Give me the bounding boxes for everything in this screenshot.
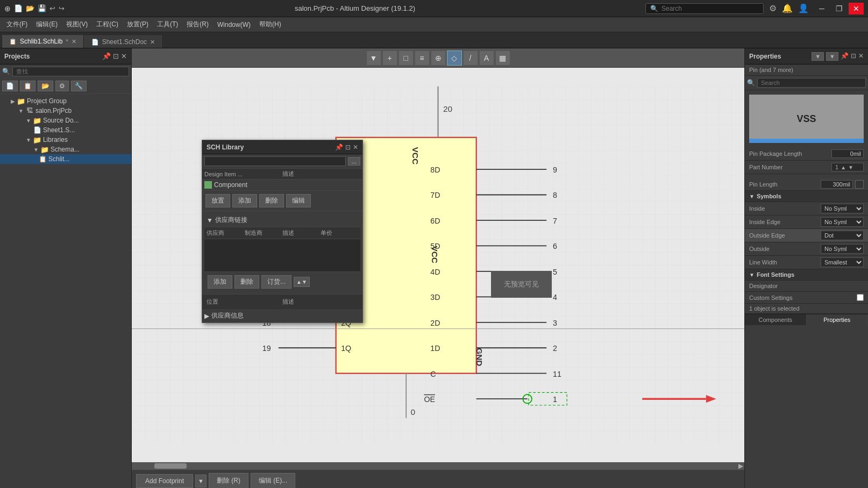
supply-delete-button[interactable]: 删除 [234, 275, 259, 289]
supply-arrow-btn[interactable]: ▲▼ [294, 277, 310, 287]
scrollbar-thumb-h[interactable] [154, 463, 187, 469]
menu-file[interactable]: 文件(F) [2, 19, 32, 30]
supplier-info: ▶ 供应商信息 [202, 309, 362, 322]
projects-search-input[interactable] [12, 67, 129, 76]
config-icon[interactable]: ⚙ [55, 81, 69, 91]
pin-icon-lib[interactable]: 📌 [335, 143, 343, 151]
close-prop-icon[interactable]: ✕ [858, 52, 864, 61]
inside-select[interactable]: No Syml [821, 204, 864, 213]
tree-item-schlit[interactable]: 📋 Schlit... [0, 154, 131, 164]
part-up-icon[interactable]: ▲ [839, 164, 847, 170]
properties-panel: Properties ▼ ▼ 📌 ⊡ ✕ Pin (and 7 more) 🔍 … [744, 48, 868, 488]
tool-filter[interactable]: ▼ [366, 51, 381, 66]
supplier-info-title[interactable]: ▶ 供应商信息 [204, 311, 360, 320]
outside-edge-select[interactable]: Dot [821, 231, 864, 240]
filter-btn[interactable]: ▼ [826, 52, 838, 61]
tool-text[interactable]: A [479, 51, 494, 66]
toolbar-icon-undo[interactable]: ↩ [49, 4, 55, 12]
menu-place[interactable]: 放置(P) [123, 19, 153, 30]
horizontal-scrollbar[interactable]: ▶ [132, 462, 744, 470]
supply-header: ▼ 供应商链接 [204, 213, 360, 227]
part-down-icon[interactable]: ▼ [847, 164, 855, 170]
expand-icon[interactable]: ▶ [738, 462, 743, 470]
menu-edit[interactable]: 编辑(E) [32, 19, 62, 30]
pin-icon-prop[interactable]: 📌 [841, 52, 849, 61]
tree-item-libraries[interactable]: ▼ 📁 Libraries [0, 135, 131, 145]
line-width-select[interactable]: Smallest [821, 257, 864, 267]
filter-icon[interactable]: ▼ [812, 52, 824, 61]
settings2-icon[interactable]: 🔧 [71, 81, 87, 91]
custom-settings-checkbox[interactable] [857, 294, 864, 301]
footprint-delete-button[interactable]: 删除 (R) [209, 473, 248, 488]
color-picker[interactable] [855, 180, 864, 189]
add-footprint-button[interactable]: Add Footprint [136, 474, 193, 488]
part-number-stepper[interactable]: 1 ▲ ▼ [831, 163, 864, 171]
pin-icon[interactable]: 📌 [102, 52, 111, 60]
global-search[interactable]: 🔍 [645, 3, 764, 14]
supply-order-button[interactable]: 订货... [261, 275, 291, 289]
menu-help[interactable]: 帮助(H) [255, 19, 286, 30]
app-logo: ⊕ [4, 4, 11, 13]
float-icon-prop[interactable]: ⊡ [851, 52, 856, 61]
toolbar-icon-save[interactable]: 💾 [38, 4, 46, 12]
menu-reports[interactable]: 报告(R) [182, 19, 213, 30]
footprint-edit-button[interactable]: 编辑 (E)... [251, 473, 295, 488]
svg-text:3D: 3D [430, 293, 440, 302]
tree-item-salon[interactable]: ▼ 🏗 salon.PrjPcb [0, 106, 131, 116]
minimize-button[interactable]: ─ [814, 3, 829, 15]
tree-item-project-group[interactable]: ▶ 📁 Project Group [0, 96, 131, 106]
tree-item-schema[interactable]: ▼ 📁 Schema... [0, 145, 131, 154]
restore-button[interactable]: ❐ [831, 3, 846, 15]
tab-components[interactable]: Components [745, 314, 807, 325]
toolbar-icon-redo[interactable]: ↪ [59, 4, 65, 12]
tree-item-sourcedoc[interactable]: ▼ 📁 Source Do... [0, 116, 131, 125]
menu-project[interactable]: 工程(C) [92, 19, 123, 30]
tab-close-schematic[interactable]: ✕ [150, 39, 155, 46]
menu-view[interactable]: 视图(V) [62, 19, 92, 30]
inside-edge-select[interactable]: No Syml [821, 217, 864, 227]
properties-search-input[interactable] [757, 78, 866, 88]
svg-text:6: 6 [553, 242, 557, 250]
tab-close-schlib[interactable]: ✕ [72, 38, 76, 45]
folder-open-icon[interactable]: 📂 [38, 81, 53, 91]
lib-add-button[interactable]: 添加 [232, 194, 257, 207]
settings-icon[interactable]: ⚙ [769, 3, 777, 13]
tool-align[interactable]: ≡ [415, 51, 430, 66]
outside-select[interactable]: No Syml [821, 244, 864, 254]
supply-add-button[interactable]: 添加 [208, 275, 232, 289]
float-icon[interactable]: ⊡ [113, 52, 119, 60]
tool-add[interactable]: + [382, 51, 397, 66]
notification-icon[interactable]: 🔔 [782, 3, 793, 13]
search-input[interactable] [661, 5, 758, 12]
tab-schematic[interactable]: 📄 Sheet1.SchDoc ✕ [84, 35, 162, 48]
new-icon[interactable]: 📄 [2, 81, 18, 91]
component-row[interactable]: Component [202, 180, 362, 191]
close-panel-icon[interactable]: ✕ [121, 52, 127, 60]
pin-length-value[interactable]: 300mil [821, 180, 853, 189]
tree-item-sheet1[interactable]: 📄 Sheet1.S... [0, 125, 131, 135]
tab-properties[interactable]: Properties [807, 314, 869, 325]
toolbar-icon-open[interactable]: 📂 [26, 4, 34, 12]
footprint-arrow-button[interactable]: ▼ [195, 475, 207, 487]
sch-library-search-input[interactable] [204, 156, 346, 166]
tool-cross[interactable]: ⊕ [431, 51, 446, 66]
float-icon-lib[interactable]: ⊡ [345, 143, 351, 151]
close-button[interactable]: ✕ [849, 3, 864, 15]
toolbar-icon-new[interactable]: 📄 [14, 4, 23, 12]
tool-rect[interactable]: □ [399, 51, 414, 66]
tab-schlib[interactable]: 📋 Schlib1.SchLib * ✕ [2, 35, 83, 48]
tool-line[interactable]: / [463, 51, 478, 66]
menu-window[interactable]: Window(W) [213, 20, 255, 30]
lib-edit-button[interactable]: 编辑 [286, 194, 311, 207]
sch-library-menu-btn[interactable]: ... [348, 157, 360, 166]
pin-package-length-value[interactable]: 0mil [831, 149, 864, 158]
account-icon[interactable]: 👤 [798, 3, 809, 13]
tool-diamond[interactable]: ◇ [447, 51, 462, 66]
lib-place-button[interactable]: 放置 [205, 194, 230, 207]
close-lib-icon[interactable]: ✕ [353, 143, 358, 151]
menu-tools[interactable]: 工具(T) [153, 19, 182, 30]
lib-delete-button[interactable]: 删除 [259, 194, 284, 207]
sch-library-title: SCH Library [207, 143, 244, 151]
tool-grid[interactable]: ▦ [495, 51, 510, 66]
copy-icon[interactable]: 📋 [20, 81, 35, 91]
